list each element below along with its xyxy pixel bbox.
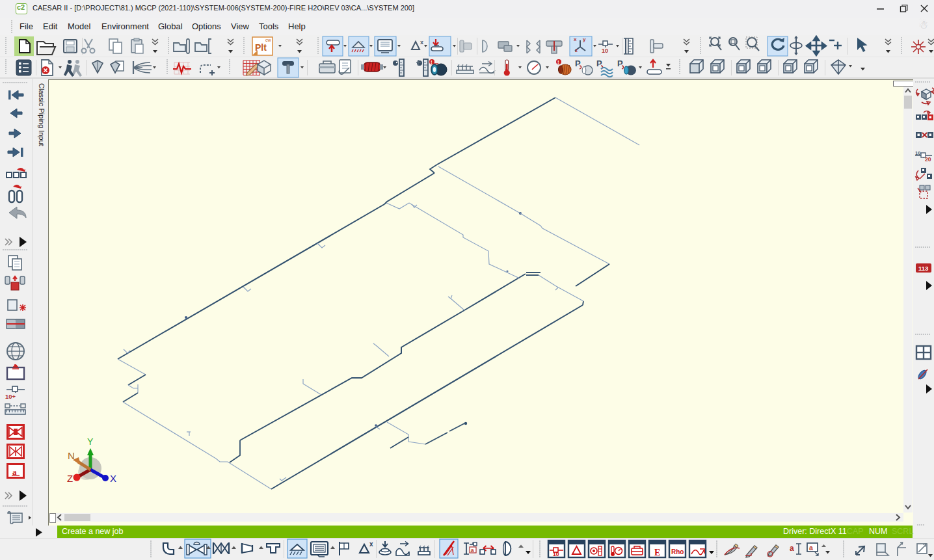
svg-text:113: 113 [918, 265, 928, 272]
svg-text:X: X [110, 473, 116, 484]
svg-text:10: 10 [915, 150, 920, 156]
svg-text:Plt: Plt [255, 42, 267, 53]
svg-text:!: ! [557, 59, 559, 65]
svg-text:a: a [809, 544, 813, 552]
svg-text:10+: 10+ [5, 393, 16, 400]
svg-text:10: 10 [553, 551, 559, 557]
svg-text:E: E [654, 548, 660, 557]
svg-text:Y: Y [87, 436, 94, 447]
svg-text:Z: Z [67, 473, 73, 484]
svg-text:P: P [596, 59, 602, 68]
svg-text:!: ! [431, 59, 433, 65]
svg-text:a: a [790, 544, 794, 553]
svg-text:x: x [420, 39, 423, 46]
svg-text:cw: cw [265, 38, 272, 42]
svg-text:P: P [575, 59, 581, 68]
svg-text:20: 20 [925, 156, 931, 163]
svg-text:z: z [575, 47, 578, 53]
svg-text:Rho: Rho [671, 548, 684, 555]
svg-text:10: 10 [602, 47, 608, 54]
svg-text:x: x [574, 36, 577, 42]
svg-text:P: P [617, 59, 623, 68]
svg-text:x: x [369, 540, 373, 548]
svg-text:y: y [583, 36, 586, 42]
svg-text:N: N [68, 450, 75, 461]
